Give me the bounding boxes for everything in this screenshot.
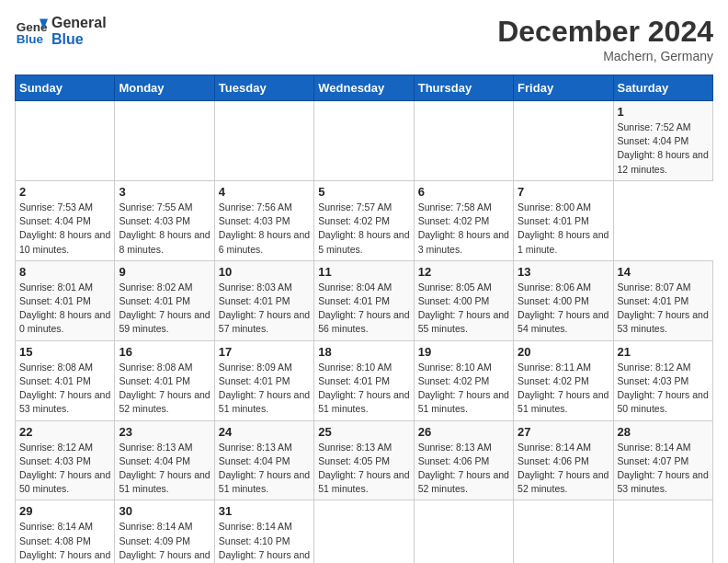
day-number: 29	[19, 504, 110, 518]
calendar-cell	[414, 500, 513, 563]
calendar-cell: 29Sunrise: 8:14 AMSunset: 4:08 PMDayligh…	[16, 500, 115, 563]
svg-text:Blue: Blue	[17, 32, 44, 46]
logo-icon: General Blue	[15, 15, 48, 48]
calendar-cell	[214, 101, 313, 181]
calendar-cell: 16Sunrise: 8:08 AMSunset: 4:01 PMDayligh…	[115, 340, 214, 420]
day-number: 13	[518, 265, 609, 279]
day-number: 8	[19, 265, 110, 279]
day-number: 7	[518, 185, 609, 199]
day-info: Sunrise: 7:53 AMSunset: 4:04 PMDaylight:…	[19, 201, 110, 257]
day-number: 10	[219, 265, 310, 279]
calendar-cell: 12Sunrise: 8:05 AMSunset: 4:00 PMDayligh…	[414, 260, 513, 340]
day-number: 1	[618, 105, 709, 119]
calendar-cell: 26Sunrise: 8:13 AMSunset: 4:06 PMDayligh…	[414, 420, 513, 500]
day-info: Sunrise: 8:10 AMSunset: 4:02 PMDaylight:…	[418, 361, 509, 417]
day-info: Sunrise: 8:08 AMSunset: 4:01 PMDaylight:…	[119, 361, 210, 417]
day-number: 9	[119, 265, 210, 279]
location: Machern, Germany	[497, 49, 713, 63]
calendar-table: SundayMondayTuesdayWednesdayThursdayFrid…	[15, 75, 713, 563]
header-wednesday: Wednesday	[314, 75, 414, 101]
day-number: 19	[418, 345, 509, 359]
calendar-cell	[514, 500, 613, 563]
calendar-cell	[613, 500, 712, 563]
calendar-cell: 14Sunrise: 8:07 AMSunset: 4:01 PMDayligh…	[613, 260, 712, 340]
day-info: Sunrise: 8:13 AMSunset: 4:04 PMDaylight:…	[219, 441, 310, 497]
calendar-cell: 15Sunrise: 8:08 AMSunset: 4:01 PMDayligh…	[16, 340, 115, 420]
calendar-cell: 2Sunrise: 7:53 AMSunset: 4:04 PMDaylight…	[16, 180, 115, 260]
calendar-cell	[314, 500, 414, 563]
calendar-cell: 1Sunrise: 7:52 AMSunset: 4:04 PMDaylight…	[613, 101, 712, 181]
day-number: 23	[119, 425, 210, 439]
day-info: Sunrise: 8:12 AMSunset: 4:03 PMDaylight:…	[618, 361, 709, 417]
calendar-cell: 5Sunrise: 7:57 AMSunset: 4:02 PMDaylight…	[314, 180, 414, 260]
calendar-cell	[115, 101, 214, 181]
day-info: Sunrise: 8:13 AMSunset: 4:05 PMDaylight:…	[318, 441, 409, 497]
day-info: Sunrise: 8:01 AMSunset: 4:01 PMDaylight:…	[19, 281, 110, 337]
calendar-cell: 8Sunrise: 8:01 AMSunset: 4:01 PMDaylight…	[16, 260, 115, 340]
header-thursday: Thursday	[414, 75, 513, 101]
day-number: 2	[19, 185, 110, 199]
calendar-cell: 7Sunrise: 8:00 AMSunset: 4:01 PMDaylight…	[514, 180, 613, 260]
day-number: 3	[119, 185, 210, 199]
day-number: 25	[318, 425, 409, 439]
calendar-cell: 28Sunrise: 8:14 AMSunset: 4:07 PMDayligh…	[613, 420, 712, 500]
calendar-cell: 25Sunrise: 8:13 AMSunset: 4:05 PMDayligh…	[314, 420, 414, 500]
day-info: Sunrise: 8:14 AMSunset: 4:06 PMDaylight:…	[518, 441, 609, 497]
calendar-cell: 27Sunrise: 8:14 AMSunset: 4:06 PMDayligh…	[514, 420, 613, 500]
day-info: Sunrise: 8:14 AMSunset: 4:09 PMDaylight:…	[119, 520, 210, 563]
day-info: Sunrise: 8:14 AMSunset: 4:07 PMDaylight:…	[618, 441, 709, 497]
day-number: 11	[318, 265, 409, 279]
calendar-cell: 19Sunrise: 8:10 AMSunset: 4:02 PMDayligh…	[414, 340, 513, 420]
day-number: 15	[19, 345, 110, 359]
day-info: Sunrise: 8:07 AMSunset: 4:01 PMDaylight:…	[618, 281, 709, 337]
calendar-cell: 11Sunrise: 8:04 AMSunset: 4:01 PMDayligh…	[314, 260, 414, 340]
day-info: Sunrise: 8:14 AMSunset: 4:08 PMDaylight:…	[19, 520, 110, 563]
calendar-week-1: 2Sunrise: 7:53 AMSunset: 4:04 PMDaylight…	[16, 180, 713, 260]
calendar-cell: 10Sunrise: 8:03 AMSunset: 4:01 PMDayligh…	[214, 260, 313, 340]
calendar-body: 1Sunrise: 7:52 AMSunset: 4:04 PMDaylight…	[16, 101, 713, 564]
day-info: Sunrise: 8:09 AMSunset: 4:01 PMDaylight:…	[219, 361, 310, 417]
day-info: Sunrise: 8:13 AMSunset: 4:04 PMDaylight:…	[119, 441, 210, 497]
day-info: Sunrise: 7:55 AMSunset: 4:03 PMDaylight:…	[119, 201, 210, 257]
day-number: 31	[219, 504, 310, 518]
header-tuesday: Tuesday	[214, 75, 313, 101]
calendar-cell: 13Sunrise: 8:06 AMSunset: 4:00 PMDayligh…	[514, 260, 613, 340]
calendar-cell: 30Sunrise: 8:14 AMSunset: 4:09 PMDayligh…	[115, 500, 214, 563]
calendar-week-5: 29Sunrise: 8:14 AMSunset: 4:08 PMDayligh…	[16, 500, 713, 563]
day-info: Sunrise: 8:02 AMSunset: 4:01 PMDaylight:…	[119, 281, 210, 337]
header-saturday: Saturday	[613, 75, 712, 101]
calendar-cell	[414, 101, 513, 181]
calendar-cell: 18Sunrise: 8:10 AMSunset: 4:01 PMDayligh…	[314, 340, 414, 420]
day-number: 5	[318, 185, 409, 199]
day-number: 28	[618, 425, 709, 439]
day-info: Sunrise: 7:56 AMSunset: 4:03 PMDaylight:…	[219, 201, 310, 257]
calendar-cell: 3Sunrise: 7:55 AMSunset: 4:03 PMDaylight…	[115, 180, 214, 260]
logo-general: General	[51, 15, 107, 31]
day-number: 30	[119, 504, 210, 518]
day-info: Sunrise: 8:08 AMSunset: 4:01 PMDaylight:…	[19, 361, 110, 417]
title-block: December 2024 Machern, Germany	[497, 15, 713, 63]
day-info: Sunrise: 8:10 AMSunset: 4:01 PMDaylight:…	[318, 361, 409, 417]
day-number: 24	[219, 425, 310, 439]
day-number: 12	[418, 265, 509, 279]
day-info: Sunrise: 8:13 AMSunset: 4:06 PMDaylight:…	[418, 441, 509, 497]
calendar-week-3: 15Sunrise: 8:08 AMSunset: 4:01 PMDayligh…	[16, 340, 713, 420]
calendar-header: SundayMondayTuesdayWednesdayThursdayFrid…	[16, 75, 713, 101]
day-number: 14	[618, 265, 709, 279]
calendar-cell: 23Sunrise: 8:13 AMSunset: 4:04 PMDayligh…	[115, 420, 214, 500]
day-info: Sunrise: 8:04 AMSunset: 4:01 PMDaylight:…	[318, 281, 409, 337]
calendar-cell	[16, 101, 115, 181]
day-number: 4	[219, 185, 310, 199]
calendar-cell	[514, 101, 613, 181]
day-number: 18	[318, 345, 409, 359]
calendar-cell: 6Sunrise: 7:58 AMSunset: 4:02 PMDaylight…	[414, 180, 513, 260]
calendar-week-0: 1Sunrise: 7:52 AMSunset: 4:04 PMDaylight…	[16, 101, 713, 181]
calendar-cell	[314, 101, 414, 181]
header-sunday: Sunday	[16, 75, 115, 101]
month-title: December 2024	[497, 15, 713, 49]
day-info: Sunrise: 8:00 AMSunset: 4:01 PMDaylight:…	[518, 201, 609, 257]
calendar-cell: 20Sunrise: 8:11 AMSunset: 4:02 PMDayligh…	[514, 340, 613, 420]
header-row: SundayMondayTuesdayWednesdayThursdayFrid…	[16, 75, 713, 101]
day-number: 27	[518, 425, 609, 439]
calendar-cell: 9Sunrise: 8:02 AMSunset: 4:01 PMDaylight…	[115, 260, 214, 340]
